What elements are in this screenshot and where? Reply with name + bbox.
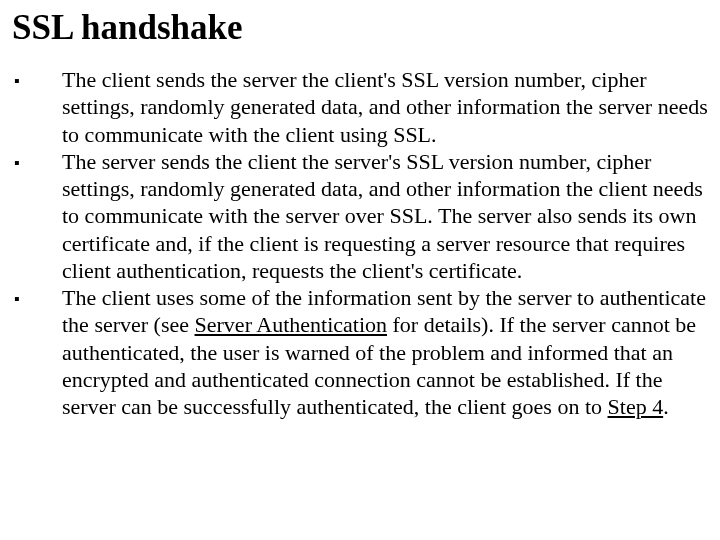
list-item-text: The client sends the server the client's… (62, 66, 708, 148)
bullet-icon: ▪ (12, 284, 62, 309)
list-item-text: The server sends the client the server's… (62, 148, 708, 284)
list-item: ▪ The client uses some of the informatio… (12, 284, 708, 420)
list-item: ▪ The server sends the client the server… (12, 148, 708, 284)
step-4-link[interactable]: Step 4 (608, 394, 664, 419)
server-authentication-link[interactable]: Server Authentication (195, 312, 387, 337)
list-item: ▪ The client sends the server the client… (12, 66, 708, 148)
page-title: SSL handshake (12, 8, 708, 48)
list-item-text: The client uses some of the information … (62, 284, 708, 420)
bullet-icon: ▪ (12, 148, 62, 173)
bullet-list: ▪ The client sends the server the client… (12, 66, 708, 420)
bullet-icon: ▪ (12, 66, 62, 91)
